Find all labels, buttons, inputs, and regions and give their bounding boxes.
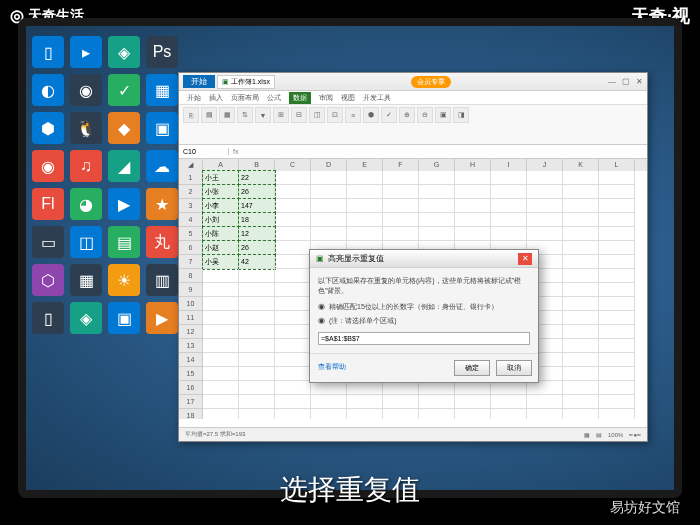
row-header[interactable]: 18	[179, 409, 203, 419]
cell[interactable]	[491, 395, 527, 409]
column-header[interactable]: B	[239, 159, 275, 171]
ribbon-button[interactable]: ▦	[219, 107, 235, 123]
cell[interactable]	[347, 185, 383, 199]
cell[interactable]	[599, 227, 635, 241]
ribbon-button[interactable]: ⇅	[237, 107, 253, 123]
cell[interactable]: 小王	[203, 171, 239, 185]
dialog-option-1[interactable]: 精确匹配15位以上的长数字（例如：身份证、银行卡）	[318, 302, 530, 312]
row-header[interactable]: 2	[179, 185, 203, 199]
cell[interactable]	[311, 199, 347, 213]
desktop-icon-qq[interactable]: 🐧	[70, 112, 102, 144]
cell[interactable]	[239, 297, 275, 311]
row-header[interactable]: 9	[179, 283, 203, 297]
cell[interactable]: 小吴	[203, 255, 239, 269]
cell[interactable]	[491, 199, 527, 213]
column-header[interactable]: A	[203, 159, 239, 171]
desktop-icon[interactable]: ▭	[32, 226, 64, 258]
cell[interactable]	[455, 409, 491, 419]
desktop-icon[interactable]: ⬡	[32, 264, 64, 296]
ribbon-button[interactable]: ◨	[453, 107, 469, 123]
cell[interactable]	[347, 395, 383, 409]
view-button[interactable]: ▦	[584, 431, 590, 438]
cell[interactable]	[239, 381, 275, 395]
desktop-icon[interactable]: ☀	[108, 264, 140, 296]
cell[interactable]	[491, 185, 527, 199]
cell[interactable]	[491, 213, 527, 227]
cell[interactable]	[491, 171, 527, 185]
cell[interactable]	[383, 381, 419, 395]
ribbon-tab[interactable]: 公式	[267, 93, 281, 103]
column-header[interactable]: J	[527, 159, 563, 171]
row-header[interactable]: 1	[179, 171, 203, 185]
cell[interactable]	[203, 325, 239, 339]
cell[interactable]	[275, 255, 311, 269]
cell[interactable]	[239, 367, 275, 381]
ribbon-tab[interactable]: 开发工具	[363, 93, 391, 103]
cell[interactable]	[347, 213, 383, 227]
vip-badge[interactable]: 会员专享	[411, 76, 451, 88]
cell[interactable]	[203, 269, 239, 283]
cell[interactable]	[275, 325, 311, 339]
cell[interactable]	[311, 185, 347, 199]
cell[interactable]	[563, 255, 599, 269]
cell[interactable]	[383, 409, 419, 419]
desktop-icon[interactable]: ▶	[108, 188, 140, 220]
cell[interactable]	[527, 171, 563, 185]
cell[interactable]: 18	[239, 213, 275, 227]
cell[interactable]	[599, 255, 635, 269]
view-button[interactable]: ▤	[596, 431, 602, 438]
cell[interactable]	[383, 171, 419, 185]
cell[interactable]	[455, 199, 491, 213]
cell[interactable]	[599, 367, 635, 381]
cell[interactable]	[239, 395, 275, 409]
cell[interactable]	[563, 353, 599, 367]
dialog-ok-button[interactable]: 确定	[454, 360, 490, 376]
cell[interactable]	[563, 409, 599, 419]
cell[interactable]	[563, 227, 599, 241]
cell[interactable]	[275, 213, 311, 227]
cell[interactable]	[563, 311, 599, 325]
ribbon-tab-active[interactable]: 数据	[289, 92, 311, 104]
desktop-icon[interactable]: ◆	[108, 112, 140, 144]
cell[interactable]	[275, 381, 311, 395]
cell[interactable]	[239, 283, 275, 297]
cell[interactable]	[599, 325, 635, 339]
cell[interactable]	[599, 381, 635, 395]
cell[interactable]	[239, 325, 275, 339]
cell-reference-box[interactable]: C10	[179, 148, 229, 155]
ribbon-button[interactable]: ▤	[201, 107, 217, 123]
desktop-icon[interactable]: ☁	[146, 150, 178, 182]
cell[interactable]	[275, 367, 311, 381]
ribbon-button[interactable]: ⊕	[399, 107, 415, 123]
zoom-level[interactable]: 100%	[608, 432, 623, 438]
column-header[interactable]: H	[455, 159, 491, 171]
cell[interactable]	[275, 199, 311, 213]
cell[interactable]: 小陈	[203, 227, 239, 241]
cell[interactable]	[419, 185, 455, 199]
cell[interactable]	[455, 395, 491, 409]
cell[interactable]	[563, 297, 599, 311]
cell[interactable]	[239, 269, 275, 283]
cell[interactable]	[311, 381, 347, 395]
cell[interactable]	[563, 339, 599, 353]
row-header[interactable]: 6	[179, 241, 203, 255]
cell[interactable]	[275, 171, 311, 185]
desktop-icon[interactable]: ▶	[146, 302, 178, 334]
cell[interactable]	[599, 241, 635, 255]
desktop-icon[interactable]: ◢	[108, 150, 140, 182]
cell[interactable]	[311, 395, 347, 409]
cell[interactable]: 小赵	[203, 241, 239, 255]
row-header[interactable]: 16	[179, 381, 203, 395]
cell[interactable]	[491, 409, 527, 419]
cell[interactable]	[275, 241, 311, 255]
cell[interactable]	[599, 395, 635, 409]
cell[interactable]	[563, 395, 599, 409]
cell[interactable]	[563, 283, 599, 297]
ribbon-button[interactable]: ⊟	[291, 107, 307, 123]
cell[interactable]	[527, 227, 563, 241]
row-header[interactable]: 10	[179, 297, 203, 311]
row-header[interactable]: 15	[179, 367, 203, 381]
cell[interactable]	[239, 339, 275, 353]
cell[interactable]	[455, 185, 491, 199]
ribbon-button[interactable]: ✓	[381, 107, 397, 123]
